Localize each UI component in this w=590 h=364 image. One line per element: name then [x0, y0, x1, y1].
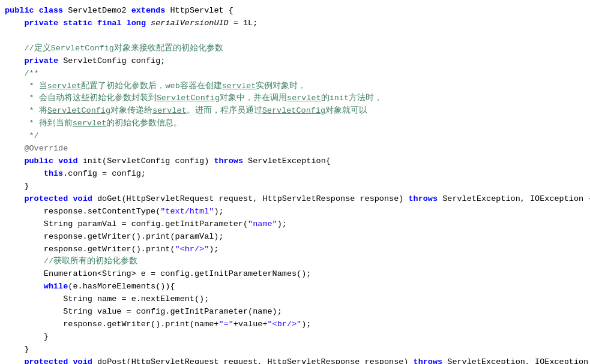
code-line-9: * 将ServletConfig对象传递给servlet。进而，程序员通过Ser… [0, 105, 590, 118]
code-line-19: response.getWriter().print(paramVal); [0, 231, 590, 243]
code-line-11: */ [0, 130, 590, 143]
code-line-13: public void init(ServletConfig config) t… [0, 155, 590, 168]
code-line-16: protected void doGet(HttpServletRequest … [0, 193, 590, 206]
code-line-15: } [0, 181, 590, 193]
code-line-24: String name = e.nextElement(); [0, 293, 590, 306]
code-line-12: @Override [0, 143, 590, 155]
code-line-7: * 当servlet配置了初始化参数后，web容器在创建servlet实例对象时… [0, 80, 590, 93]
code-line-6: /** [0, 68, 590, 80]
code-line-25: String value = config.getInitParameter(n… [0, 306, 590, 318]
code-editor: public class ServletDemo2 extends HttpSe… [0, 0, 590, 364]
code-line-10: * 得到当前servlet的初始化参数信息。 [0, 118, 590, 130]
code-line-8: * 会自动将这些初始化参数封装到ServletConfig对象中，并在调用ser… [0, 92, 590, 105]
code-line-1: public class ServletDemo2 extends HttpSe… [0, 5, 590, 17]
code-line-26: response.getWriter().print(name+"="+valu… [0, 318, 590, 331]
code-line-17: response.setContentType("text/html"); [0, 206, 590, 218]
code-line-27: } [0, 331, 590, 344]
code-line-2: private static final long serialVersionU… [0, 17, 590, 30]
code-line-4: //定义ServletConfig对象来接收配置的初始化参数 [0, 43, 590, 55]
code-line-21: //获取所有的初始化参数 [0, 255, 590, 268]
code-line-28: } [0, 344, 590, 356]
code-line-18: String paramVal = config.getInitParamete… [0, 218, 590, 231]
code-line-23: while(e.hasMoreElements()){ [0, 281, 590, 293]
code-line-14: this.config = config; [0, 168, 590, 181]
code-line-22: Enumeration<String> e = config.getInitPa… [0, 268, 590, 281]
code-line-3 [0, 30, 590, 43]
code-line-20: response.getWriter().print("<hr/>"); [0, 243, 590, 256]
code-line-5: private ServletConfig config; [0, 55, 590, 68]
code-line-29: protected void doPost(HttpServletRequest… [0, 356, 590, 364]
